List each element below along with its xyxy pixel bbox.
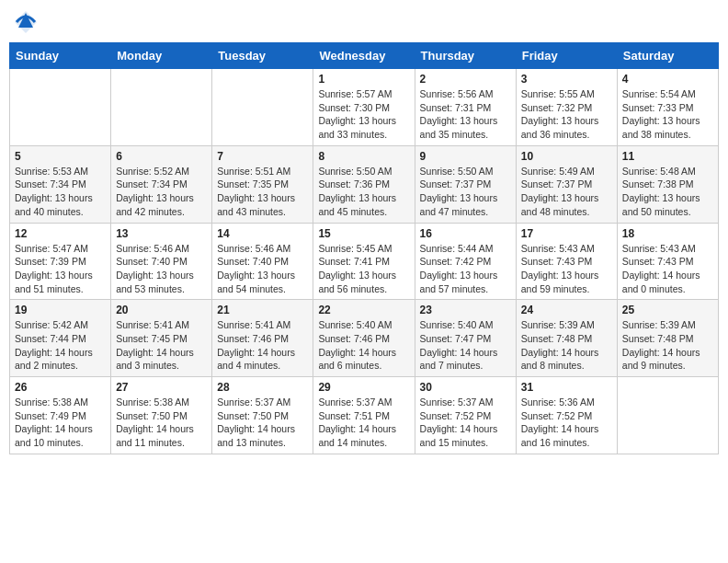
calendar-cell: 8Sunrise: 5:50 AM Sunset: 7:36 PM Daylig… <box>313 145 415 223</box>
calendar-day-header: Wednesday <box>313 43 415 69</box>
calendar-cell: 30Sunrise: 5:37 AM Sunset: 7:52 PM Dayli… <box>415 377 516 454</box>
day-info: Sunrise: 5:37 AM Sunset: 7:50 PM Dayligh… <box>217 396 308 450</box>
day-info: Sunrise: 5:48 AM Sunset: 7:38 PM Dayligh… <box>622 165 713 219</box>
calendar-cell: 24Sunrise: 5:39 AM Sunset: 7:48 PM Dayli… <box>516 300 617 377</box>
calendar-week-row: 5Sunrise: 5:53 AM Sunset: 7:34 PM Daylig… <box>10 145 719 223</box>
day-number: 7 <box>217 150 308 163</box>
calendar-cell: 22Sunrise: 5:40 AM Sunset: 7:46 PM Dayli… <box>313 300 415 377</box>
day-number: 29 <box>318 381 409 394</box>
day-number: 31 <box>521 381 612 394</box>
calendar-cell <box>111 69 212 146</box>
day-info: Sunrise: 5:56 AM Sunset: 7:31 PM Dayligh… <box>420 87 511 142</box>
day-info: Sunrise: 5:39 AM Sunset: 7:48 PM Dayligh… <box>521 318 612 373</box>
day-number: 20 <box>116 304 207 316</box>
day-info: Sunrise: 5:51 AM Sunset: 7:35 PM Dayligh… <box>217 165 308 219</box>
day-number: 25 <box>622 304 713 316</box>
calendar-day-header: Tuesday <box>212 43 313 69</box>
day-info: Sunrise: 5:40 AM Sunset: 7:46 PM Dayligh… <box>318 318 409 373</box>
calendar-week-row: 1Sunrise: 5:57 AM Sunset: 7:30 PM Daylig… <box>10 69 719 146</box>
day-info: Sunrise: 5:38 AM Sunset: 7:49 PM Dayligh… <box>15 396 106 450</box>
logo <box>13 9 42 35</box>
day-info: Sunrise: 5:37 AM Sunset: 7:52 PM Dayligh… <box>420 396 511 450</box>
calendar-cell: 5Sunrise: 5:53 AM Sunset: 7:34 PM Daylig… <box>10 145 111 223</box>
day-number: 22 <box>318 304 409 316</box>
calendar-cell: 26Sunrise: 5:38 AM Sunset: 7:49 PM Dayli… <box>10 377 111 454</box>
day-info: Sunrise: 5:47 AM Sunset: 7:39 PM Dayligh… <box>15 242 106 296</box>
day-info: Sunrise: 5:46 AM Sunset: 7:40 PM Dayligh… <box>217 242 308 296</box>
day-info: Sunrise: 5:53 AM Sunset: 7:34 PM Dayligh… <box>15 165 106 219</box>
day-number: 23 <box>420 304 511 316</box>
day-info: Sunrise: 5:45 AM Sunset: 7:41 PM Dayligh… <box>318 242 409 296</box>
day-info: Sunrise: 5:41 AM Sunset: 7:45 PM Dayligh… <box>116 318 207 373</box>
day-info: Sunrise: 5:41 AM Sunset: 7:46 PM Dayligh… <box>217 318 308 373</box>
day-number: 28 <box>217 381 308 394</box>
calendar-cell: 16Sunrise: 5:44 AM Sunset: 7:42 PM Dayli… <box>415 223 516 300</box>
calendar-cell: 14Sunrise: 5:46 AM Sunset: 7:40 PM Dayli… <box>212 223 313 300</box>
calendar-cell: 28Sunrise: 5:37 AM Sunset: 7:50 PM Dayli… <box>212 377 313 454</box>
day-number: 3 <box>521 73 612 86</box>
calendar-cell: 23Sunrise: 5:40 AM Sunset: 7:47 PM Dayli… <box>415 300 516 377</box>
calendar-header-row: SundayMondayTuesdayWednesdayThursdayFrid… <box>10 43 719 69</box>
calendar-week-row: 12Sunrise: 5:47 AM Sunset: 7:39 PM Dayli… <box>10 223 719 300</box>
day-info: Sunrise: 5:40 AM Sunset: 7:47 PM Dayligh… <box>420 318 511 373</box>
day-number: 18 <box>622 227 713 240</box>
calendar-cell: 9Sunrise: 5:50 AM Sunset: 7:37 PM Daylig… <box>415 145 516 223</box>
calendar-cell: 6Sunrise: 5:52 AM Sunset: 7:34 PM Daylig… <box>111 145 212 223</box>
calendar-cell: 2Sunrise: 5:56 AM Sunset: 7:31 PM Daylig… <box>415 69 516 146</box>
calendar-body: 1Sunrise: 5:57 AM Sunset: 7:30 PM Daylig… <box>10 69 719 454</box>
day-number: 4 <box>622 73 713 86</box>
day-info: Sunrise: 5:52 AM Sunset: 7:34 PM Dayligh… <box>116 165 207 219</box>
calendar-week-row: 26Sunrise: 5:38 AM Sunset: 7:49 PM Dayli… <box>10 377 719 454</box>
calendar-cell: 20Sunrise: 5:41 AM Sunset: 7:45 PM Dayli… <box>111 300 212 377</box>
calendar-cell: 12Sunrise: 5:47 AM Sunset: 7:39 PM Dayli… <box>10 223 111 300</box>
calendar-day-header: Friday <box>516 43 617 69</box>
calendar-cell: 27Sunrise: 5:38 AM Sunset: 7:50 PM Dayli… <box>111 377 212 454</box>
day-number: 30 <box>420 381 511 394</box>
calendar-cell: 25Sunrise: 5:39 AM Sunset: 7:48 PM Dayli… <box>617 300 718 377</box>
calendar-cell: 31Sunrise: 5:36 AM Sunset: 7:52 PM Dayli… <box>516 377 617 454</box>
calendar-table: SundayMondayTuesdayWednesdayThursdayFrid… <box>9 42 719 454</box>
calendar-cell: 13Sunrise: 5:46 AM Sunset: 7:40 PM Dayli… <box>111 223 212 300</box>
day-info: Sunrise: 5:50 AM Sunset: 7:36 PM Dayligh… <box>318 165 409 219</box>
day-number: 15 <box>318 227 409 240</box>
day-number: 10 <box>521 150 612 163</box>
day-info: Sunrise: 5:55 AM Sunset: 7:32 PM Dayligh… <box>521 87 612 142</box>
day-number: 9 <box>420 150 511 163</box>
day-info: Sunrise: 5:57 AM Sunset: 7:30 PM Dayligh… <box>318 87 409 142</box>
day-number: 17 <box>521 227 612 240</box>
calendar-cell: 1Sunrise: 5:57 AM Sunset: 7:30 PM Daylig… <box>313 69 415 146</box>
day-info: Sunrise: 5:39 AM Sunset: 7:48 PM Dayligh… <box>622 318 713 373</box>
calendar-cell <box>212 69 313 146</box>
calendar-day-header: Monday <box>111 43 212 69</box>
calendar-cell: 17Sunrise: 5:43 AM Sunset: 7:43 PM Dayli… <box>516 223 617 300</box>
day-number: 27 <box>116 381 207 394</box>
day-number: 19 <box>15 304 106 316</box>
calendar-cell: 15Sunrise: 5:45 AM Sunset: 7:41 PM Dayli… <box>313 223 415 300</box>
calendar-cell: 11Sunrise: 5:48 AM Sunset: 7:38 PM Dayli… <box>617 145 718 223</box>
calendar-cell: 21Sunrise: 5:41 AM Sunset: 7:46 PM Dayli… <box>212 300 313 377</box>
day-info: Sunrise: 5:54 AM Sunset: 7:33 PM Dayligh… <box>622 87 713 142</box>
day-number: 6 <box>116 150 207 163</box>
day-info: Sunrise: 5:38 AM Sunset: 7:50 PM Dayligh… <box>116 396 207 450</box>
day-info: Sunrise: 5:36 AM Sunset: 7:52 PM Dayligh… <box>521 396 612 450</box>
day-number: 12 <box>15 227 106 240</box>
day-info: Sunrise: 5:43 AM Sunset: 7:43 PM Dayligh… <box>521 242 612 296</box>
calendar-cell: 4Sunrise: 5:54 AM Sunset: 7:33 PM Daylig… <box>617 69 718 146</box>
day-number: 13 <box>116 227 207 240</box>
day-number: 2 <box>420 73 511 86</box>
calendar-cell <box>10 69 111 146</box>
calendar-week-row: 19Sunrise: 5:42 AM Sunset: 7:44 PM Dayli… <box>10 300 719 377</box>
calendar-cell: 7Sunrise: 5:51 AM Sunset: 7:35 PM Daylig… <box>212 145 313 223</box>
day-info: Sunrise: 5:49 AM Sunset: 7:37 PM Dayligh… <box>521 165 612 219</box>
day-number: 11 <box>622 150 713 163</box>
calendar-cell: 29Sunrise: 5:37 AM Sunset: 7:51 PM Dayli… <box>313 377 415 454</box>
calendar-cell: 19Sunrise: 5:42 AM Sunset: 7:44 PM Dayli… <box>10 300 111 377</box>
calendar-day-header: Thursday <box>415 43 516 69</box>
day-info: Sunrise: 5:44 AM Sunset: 7:42 PM Dayligh… <box>420 242 511 296</box>
day-number: 26 <box>15 381 106 394</box>
day-number: 14 <box>217 227 308 240</box>
day-info: Sunrise: 5:43 AM Sunset: 7:43 PM Dayligh… <box>622 242 713 296</box>
day-number: 24 <box>521 304 612 316</box>
calendar-cell <box>617 377 718 454</box>
page-header <box>9 9 719 35</box>
